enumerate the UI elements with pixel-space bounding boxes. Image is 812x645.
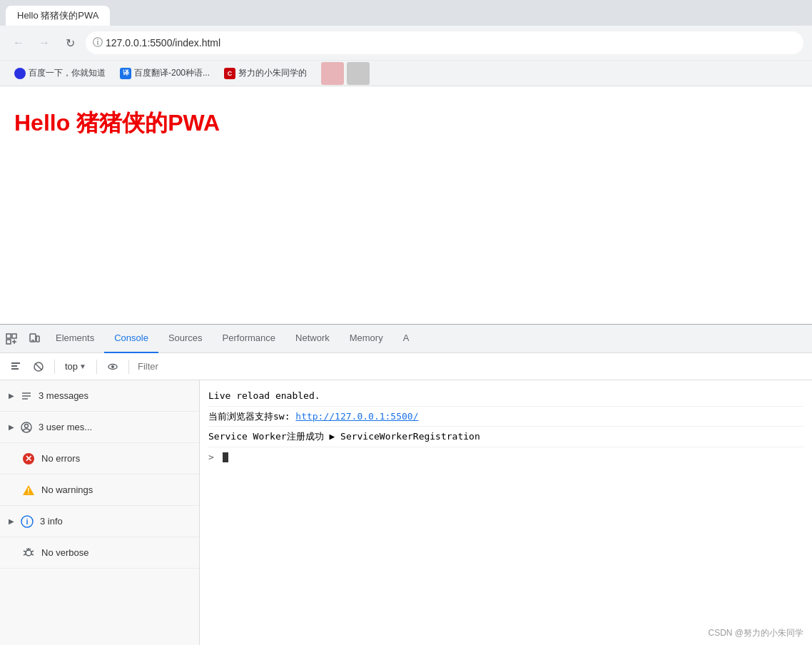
devtools-toolbar: top ▼ (0, 353, 812, 380)
warning-triangle-icon: ! (22, 484, 35, 497)
security-icon: ⓘ (93, 36, 103, 49)
svg-point-14 (111, 365, 114, 368)
messages-icon (20, 390, 33, 402)
devtools-main: ▶ 3 messages ▶ (0, 380, 812, 645)
console-output[interactable]: Live reload enabled. 当前浏览器支持sw: http://1… (200, 380, 812, 645)
bookmark-translate[interactable]: 译 百度翻译-200种语... (114, 66, 215, 81)
tab-memory-label: Memory (350, 332, 383, 343)
eye-icon (108, 362, 118, 372)
block-requests-button[interactable] (29, 357, 49, 377)
address-input[interactable] (86, 31, 803, 54)
clear-icon (11, 362, 21, 372)
verbose-label: No verbose (41, 547, 191, 558)
bookmark-baidu[interactable]: 百度一下，你就知道 (9, 66, 111, 81)
bookmark-csdn-label: 努力的小朱同学的 (238, 67, 307, 79)
translate-icon: 译 (120, 68, 131, 79)
eye-filter-button[interactable] (103, 357, 123, 377)
watermark: CSDN @努力的小朱同学 (708, 627, 803, 639)
clear-console-button[interactable] (6, 357, 26, 377)
tab-bar: Hello 猪猪侠的PWA (0, 0, 812, 26)
tab-memory[interactable]: Memory (340, 325, 393, 353)
sidebar-item-warnings[interactable]: ! No warnings (0, 474, 199, 506)
reload-button[interactable]: ↻ (60, 33, 80, 53)
bookmark-csdn[interactable]: C 努力的小朱同学的 (218, 66, 313, 81)
bookmark-img1[interactable] (321, 62, 344, 85)
tab-performance[interactable]: Performance (213, 325, 285, 353)
svg-text:!: ! (27, 487, 29, 495)
devtools-panel: Elements Console Sources Performance Net… (0, 324, 812, 645)
verbose-icon (21, 546, 36, 560)
tab-more[interactable]: A (393, 325, 420, 353)
console-entry-1-text: Live reload enabled. (208, 390, 320, 401)
tab-console[interactable]: Console (104, 325, 158, 353)
svg-rect-8 (11, 362, 20, 364)
tab-label: Hello 猪猪侠的PWA (17, 9, 98, 22)
sidebar-item-messages[interactable]: ▶ 3 messages (0, 380, 199, 412)
forward-button[interactable]: → (34, 33, 54, 53)
bookmarks-bar: 百度一下，你就知道 译 百度翻译-200种语... C 努力的小朱同学的 (0, 60, 812, 86)
console-entry-3-text: Service Worker注册成功 ▶ ServiceWorkerRegist… (208, 431, 480, 442)
user-messages-label: 3 user mes... (39, 422, 191, 432)
bookmark-baidu-label: 百度一下，你就知道 (29, 67, 106, 79)
devtools-device-button[interactable] (23, 327, 46, 350)
sidebar-item-verbose[interactable]: No verbose (0, 537, 199, 569)
console-prompt-symbol: > (208, 452, 214, 462)
devtools-inspect-button[interactable] (0, 327, 23, 350)
warning-icon: ! (21, 483, 36, 497)
tab-elements[interactable]: Elements (46, 325, 104, 353)
tab-sources[interactable]: Sources (158, 325, 213, 353)
console-prompt-row[interactable]: > (208, 447, 803, 467)
devtools-tabs-row: Elements Console Sources Performance Net… (0, 325, 812, 353)
device-icon (29, 333, 40, 345)
toolbar-divider-1 (54, 360, 55, 374)
warnings-label: No warnings (41, 484, 191, 495)
info-arrow: ▶ (9, 517, 14, 525)
page-content: Hello 猪猪侠的PWA (0, 86, 812, 265)
address-bar-wrapper: ⓘ (86, 31, 803, 54)
back-button[interactable]: ← (9, 33, 29, 53)
block-icon (34, 362, 44, 372)
error-icon: ✕ (21, 452, 36, 466)
console-entry-3: Service Worker注册成功 ▶ ServiceWorkerRegist… (208, 427, 803, 447)
tab-elements-label: Elements (56, 332, 94, 343)
svg-line-12 (36, 363, 42, 370)
tab-performance-label: Performance (223, 332, 275, 343)
info-circle-icon: i (21, 515, 34, 528)
tab-console-label: Console (114, 332, 148, 343)
svg-rect-9 (11, 365, 17, 367)
console-entry-2-link[interactable]: http://127.0.0.1:5500/ (295, 411, 418, 422)
sidebar-item-info[interactable]: ▶ i 3 info (0, 506, 199, 537)
tab-network[interactable]: Network (285, 325, 340, 353)
console-entry-2: 当前浏览器支持sw: http://127.0.0.1:5500/ (208, 407, 803, 427)
baidu-icon (14, 68, 26, 79)
user-circle-icon (21, 422, 32, 433)
toolbar-divider-2 (96, 360, 97, 374)
bug-icon (22, 547, 35, 559)
console-entry-2-prefix: 当前浏览器支持sw: (208, 411, 295, 422)
inspect-icon (6, 333, 17, 345)
list-icon (21, 390, 32, 402)
context-selector[interactable]: top ▼ (61, 360, 91, 373)
tab-sources-label: Sources (168, 332, 203, 343)
sidebar-item-user-messages[interactable]: ▶ 3 user mes... (0, 412, 199, 443)
context-selector-arrow: ▼ (79, 362, 86, 370)
page-title: Hello 猪猪侠的PWA (14, 108, 798, 139)
console-entry-1: Live reload enabled. (208, 386, 803, 407)
address-bar-row: ← → ↻ ⓘ (0, 26, 812, 60)
sidebar-item-errors[interactable]: ✕ No errors (0, 443, 199, 474)
console-cursor (223, 452, 228, 462)
error-circle-icon: ✕ (22, 452, 35, 465)
filter-input[interactable] (135, 360, 806, 373)
bookmark-img2[interactable] (347, 62, 370, 85)
svg-rect-1 (6, 340, 11, 344)
devtools-sidebar: ▶ 3 messages ▶ (0, 380, 200, 645)
svg-rect-0 (6, 334, 11, 338)
context-selector-label: top (65, 361, 78, 372)
svg-rect-6 (36, 336, 39, 342)
messages-arrow: ▶ (9, 392, 14, 400)
svg-text:✕: ✕ (25, 454, 32, 464)
user-icon (20, 421, 33, 434)
tab-more-label: A (403, 332, 410, 343)
tab-network-label: Network (295, 332, 330, 343)
browser-tab[interactable]: Hello 猪猪侠的PWA (6, 6, 110, 26)
